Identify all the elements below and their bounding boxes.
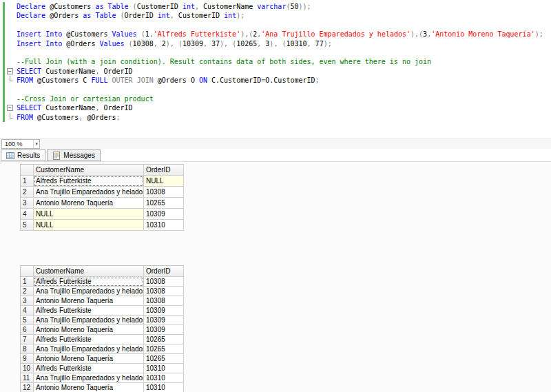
row-header-corner[interactable] [21, 165, 34, 176]
code-text: SELECT CustomerName, OrderID [17, 103, 551, 112]
row-number[interactable]: 4 [21, 306, 34, 316]
row-number[interactable]: 2 [21, 187, 34, 198]
code-token: int [158, 12, 170, 19]
results-grid-icon [6, 152, 14, 160]
grid-cell[interactable]: Antonio Moreno Taquería [34, 296, 144, 306]
row-number[interactable]: 11 [21, 373, 34, 383]
code-line[interactable] [0, 21, 551, 30]
code-line[interactable] [0, 48, 551, 57]
fold-collapse-icon[interactable]: − [7, 105, 13, 111]
code-line[interactable]: --Cross Join or cartesian product [0, 94, 551, 103]
fold-collapse-icon[interactable]: − [7, 68, 13, 74]
grid-cell[interactable]: 10309 [144, 209, 184, 220]
row-number[interactable]: 5 [21, 316, 34, 325]
grid-cell[interactable]: Alfreds Futterkiste [34, 306, 144, 316]
sql-editor[interactable]: Declare @Customers as Table (CustomerID … [0, 0, 551, 138]
grid-cell[interactable]: Alfreds Futterkiste [34, 335, 144, 344]
grid-cell[interactable]: 10309 [144, 325, 184, 335]
row-number[interactable]: 7 [21, 335, 34, 344]
code-line[interactable]: −SELECT CustomerName, OrderID [0, 103, 551, 112]
result-grid-2[interactable]: CustomerNameOrderID1Alfreds Futterkiste1… [20, 265, 184, 392]
table-row: 3Antonio Moreno Taquería10308 [21, 296, 184, 306]
row-number[interactable]: 1 [21, 277, 34, 287]
grid-cell[interactable]: Antonio Moreno Taquería [34, 383, 144, 392]
grid-cell[interactable]: 10310 [144, 364, 184, 373]
code-line[interactable]: --Full Join (with a join condition). Res… [0, 57, 551, 66]
grid-cell[interactable]: Ana Trujillo Emparedados y helados [34, 187, 144, 198]
code-token: , [257, 40, 265, 48]
column-header-orderid[interactable]: OrderID [144, 165, 184, 176]
grid-cell[interactable]: 10308 [144, 277, 184, 287]
code-line[interactable]: −SELECT CustomerName, OrderID [0, 67, 551, 76]
grid-cell[interactable]: Ana Trujillo Emparedados y helados [34, 287, 144, 296]
grid-cell[interactable]: 10309 [144, 306, 184, 316]
grid-cell[interactable]: Ana Trujillo Emparedados y helados [34, 344, 144, 354]
code-token: OrderID [99, 68, 132, 75]
table-row: 10Alfreds Futterkiste10310 [21, 364, 184, 373]
result-grid-1[interactable]: CustomerNameOrderID1Alfreds FutterkisteN… [20, 164, 184, 231]
tab-results[interactable]: Results [1, 149, 45, 161]
code-line[interactable]: Declare @Orders as Table (OrderID int, C… [0, 11, 551, 20]
row-number[interactable]: 12 [21, 383, 34, 392]
code-line[interactable]: Declare @Customers as Table (CustomerID … [0, 2, 551, 11]
row-number[interactable]: 8 [21, 344, 34, 354]
tab-messages[interactable]: Messages [47, 149, 101, 161]
row-number[interactable]: 1 [21, 176, 34, 187]
code-token: CustomerID [137, 3, 183, 10]
code-token: FROM [17, 114, 33, 121]
grid-cell[interactable]: 10265 [144, 354, 184, 364]
grid-cell[interactable]: Alfreds Futterkiste [34, 364, 144, 373]
column-header-customername[interactable]: CustomerName [34, 165, 144, 176]
zoom-level-dropdown[interactable]: 100 % ▾ [1, 139, 40, 149]
grid-cell[interactable]: Alfreds Futterkiste [34, 176, 144, 187]
grid-cell[interactable]: 10310 [144, 383, 184, 392]
code-token: , [154, 40, 162, 48]
change-tracking-bar [3, 30, 5, 39]
code-line[interactable]: Insert Into @Orders Values (10308, 2), (… [0, 39, 551, 48]
code-token: Table [95, 12, 116, 19]
grid-cell[interactable]: Antonio Moreno Taquería [34, 354, 144, 364]
grid-cell[interactable]: NULL [34, 209, 144, 220]
row-number[interactable]: 2 [21, 287, 34, 296]
code-token: ), ( [220, 40, 236, 48]
code-text [17, 48, 551, 57]
row-number[interactable]: 6 [21, 325, 34, 335]
grid-cell[interactable]: 10265 [144, 344, 184, 354]
editor-gutter [0, 94, 17, 103]
row-number[interactable]: 9 [21, 354, 34, 364]
row-number[interactable]: 5 [21, 220, 34, 231]
ssms-query-window: Declare @Customers as Table (CustomerID … [0, 0, 551, 392]
grid-cell[interactable]: 10310 [144, 220, 184, 231]
grid-cell[interactable]: 10308 [144, 187, 184, 198]
grid-cell[interactable]: 10310 [144, 373, 184, 383]
row-number[interactable]: 3 [21, 198, 34, 209]
editor-gutter: − [0, 67, 17, 76]
row-number[interactable]: 10 [21, 364, 34, 373]
grid-cell[interactable]: 10265 [144, 198, 184, 209]
grid-cell[interactable]: NULL [144, 176, 184, 187]
grid-cell[interactable]: Alfreds Futterkiste [34, 277, 144, 287]
code-token: 10308 [133, 40, 154, 48]
grid-cell[interactable]: Antonio Moreno Taquería [34, 325, 144, 335]
code-line[interactable]: FROM @Customers, @Orders; [0, 113, 551, 122]
grid-cell[interactable]: 10308 [144, 287, 184, 296]
table-row: 9Antonio Moreno Taquería10265 [21, 354, 184, 364]
column-header-orderid[interactable]: OrderID [144, 266, 184, 277]
grid-cell[interactable]: Ana Trujillo Emparedados y helados [34, 373, 144, 383]
code-token: Insert Into [17, 40, 62, 48]
grid-cell[interactable]: NULL [34, 220, 144, 231]
code-line[interactable]: Insert Into @Customers Values (1,'Alfred… [0, 30, 551, 39]
grid-cell[interactable]: Ana Trujillo Emparedados y helados [34, 316, 144, 325]
code-token: 'Ana Trujillo Emparedados y helados' [261, 30, 410, 38]
grid-cell[interactable]: 10265 [144, 335, 184, 344]
code-line[interactable] [0, 85, 551, 94]
grid-cell[interactable]: Antonio Moreno Taquería [34, 198, 144, 209]
column-header-customername[interactable]: CustomerName [34, 266, 144, 277]
table-row: 1Alfreds FutterkisteNULL [21, 176, 184, 187]
code-line[interactable]: FROM @Customers C FULL OUTER JOIN @Order… [0, 76, 551, 85]
grid-cell[interactable]: 10308 [144, 296, 184, 306]
row-header-corner[interactable] [21, 266, 34, 277]
row-number[interactable]: 4 [21, 209, 34, 220]
grid-cell[interactable]: 10309 [144, 316, 184, 325]
row-number[interactable]: 3 [21, 296, 34, 306]
